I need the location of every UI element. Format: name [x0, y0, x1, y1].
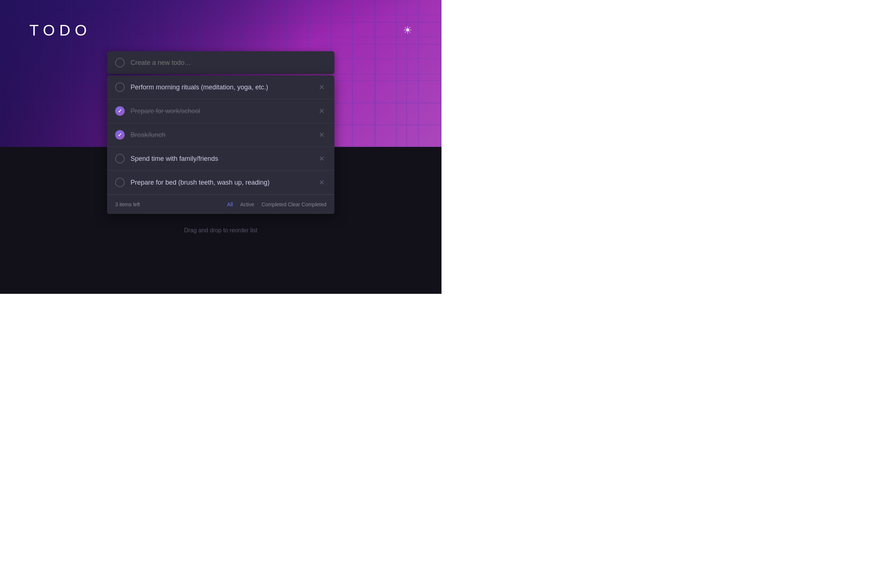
items-left-count: 3 items left — [115, 201, 226, 207]
todo-text-4: Spend time with family/friends — [131, 155, 311, 163]
new-todo-input[interactable] — [131, 59, 326, 67]
filter-completed-button[interactable]: Completed — [260, 201, 288, 208]
new-todo-wrapper — [107, 51, 334, 74]
delete-button-5[interactable]: ✕ — [317, 177, 326, 188]
todo-checkbox-4[interactable] — [115, 154, 125, 164]
todo-checkbox-5[interactable] — [115, 178, 125, 187]
todo-item: Perform morning rituals (meditation, yog… — [107, 75, 334, 99]
todo-checkbox-3[interactable] — [115, 130, 125, 140]
drag-hint: Drag and drop to reorder list — [107, 227, 334, 234]
delete-button-1[interactable]: ✕ — [317, 82, 326, 92]
todo-container: Perform morning rituals (meditation, yog… — [107, 51, 334, 234]
todo-item: Prepare for bed (brush teeth, wash up, r… — [107, 171, 334, 195]
todo-item: Break/lunch ✕ — [107, 123, 334, 147]
todo-checkbox-2[interactable] — [115, 106, 125, 116]
delete-button-4[interactable]: ✕ — [317, 153, 326, 164]
filter-buttons: All Active Completed — [226, 201, 288, 208]
filter-all-button[interactable]: All — [226, 201, 235, 208]
todo-item: Spend time with family/friends ✕ — [107, 147, 334, 171]
todo-list: Perform morning rituals (meditation, yog… — [107, 75, 334, 214]
todo-checkbox-1[interactable] — [115, 82, 125, 92]
todo-text-1: Perform morning rituals (meditation, yog… — [131, 84, 311, 91]
new-todo-checkbox[interactable] — [115, 58, 125, 68]
filter-active-button[interactable]: Active — [239, 201, 256, 208]
todo-item: Prepare for work/school ✕ — [107, 99, 334, 123]
todo-text-5: Prepare for bed (brush teeth, wash up, r… — [131, 179, 311, 186]
main-content: Perform morning rituals (meditation, yog… — [0, 0, 441, 294]
clear-completed-button[interactable]: Clear Completed — [288, 201, 326, 207]
todo-text-3: Break/lunch — [131, 131, 311, 139]
delete-button-3[interactable]: ✕ — [317, 130, 326, 140]
todo-footer: 3 items left All Active Completed Clear … — [107, 195, 334, 214]
delete-button-2[interactable]: ✕ — [317, 106, 326, 116]
todo-text-2: Prepare for work/school — [131, 107, 311, 115]
